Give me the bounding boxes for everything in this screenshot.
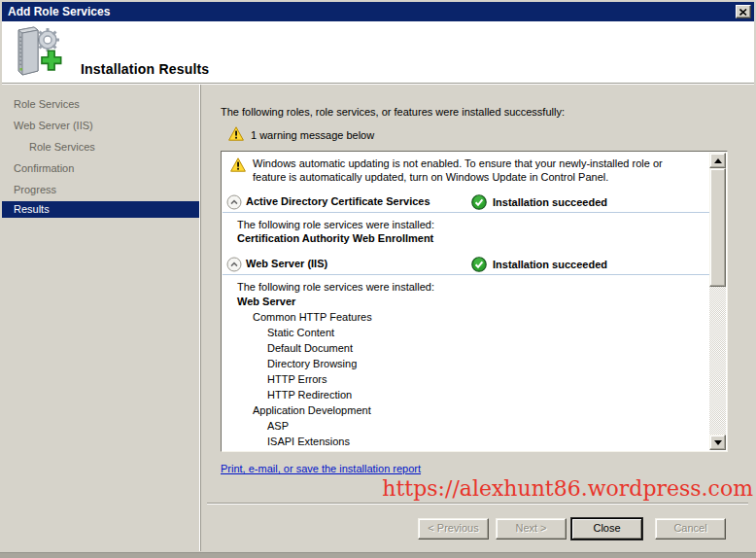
wizard-header: Installation Results [2, 21, 754, 83]
section-status: Installation succeeded [471, 194, 607, 210]
scroll-thumb[interactable] [709, 168, 726, 287]
installation-report-link[interactable]: Print, e-mail, or save the installation … [221, 463, 421, 474]
sidebar-item-web-server-iis[interactable]: Web Server (IIS) [2, 118, 199, 134]
section-title: Web Server (IIS) [246, 258, 327, 269]
warning-icon [230, 157, 246, 172]
installed-service: Default Document [267, 340, 709, 356]
warning-message-text: Windows automatic updating is not enable… [253, 157, 698, 184]
next-button[interactable]: Next > [496, 518, 567, 540]
installed-service: HTTP Errors [267, 371, 709, 387]
scroll-down-button[interactable] [709, 435, 726, 450]
sidebar-item-role-services[interactable]: Role Services [2, 96, 199, 113]
installed-service: HTTP Redirection [267, 387, 709, 402]
installed-service: Certification Authority Web Enrollment [237, 231, 709, 246]
success-check-icon [471, 194, 487, 210]
close-button[interactable] [736, 5, 751, 18]
watermark-text: https://alexhunt86.wordpress.com [382, 476, 753, 501]
gear-icon [36, 28, 59, 52]
section-header-adcs: Active Directory Certificate Services In… [223, 192, 709, 213]
add-plus-icon [42, 51, 61, 70]
arrow-up-icon [714, 158, 722, 163]
status-text: Installation succeeded [493, 259, 607, 270]
installed-service: Common HTTP Features [253, 309, 709, 325]
sidebar-item-confirmation[interactable]: Confirmation [2, 160, 199, 177]
previous-button[interactable]: < Previous [418, 518, 489, 540]
installed-service: Web Server [237, 294, 709, 309]
sidebar-item-results[interactable]: Results [2, 201, 199, 218]
installed-service: Application Development [253, 402, 709, 418]
footer-divider [207, 503, 748, 505]
window-title: Add Role Services [8, 5, 110, 18]
scroll-up-button[interactable] [709, 153, 726, 168]
cancel-button[interactable]: Cancel [655, 518, 726, 540]
success-check-icon [471, 257, 487, 272]
results-intro-text: The following roles, role services, or f… [221, 105, 726, 119]
section-status: Installation succeeded [471, 257, 607, 272]
services-installed-intro: The following role services were install… [237, 280, 709, 294]
section-header-iis: Web Server (IIS) Installation succeeded [223, 254, 709, 275]
close-wizard-button[interactable]: Close [571, 518, 642, 540]
installed-service: Static Content [267, 325, 709, 340]
section-title: Active Directory Certificate Services [246, 195, 430, 207]
warning-summary: 1 warning message below [251, 129, 374, 141]
status-text: Installation succeeded [493, 196, 607, 208]
sidebar-divider [199, 85, 201, 551]
windows-update-warning: Windows automatic updating is not enable… [230, 157, 704, 184]
warning-icon [228, 126, 244, 141]
wizard-steps-sidebar: Role Services Web Server (IIS) Role Serv… [2, 85, 199, 551]
page-title: Installation Results [81, 61, 209, 77]
sidebar-item-role-services-sub[interactable]: Role Services [2, 139, 199, 156]
server-tower-icon [18, 27, 38, 75]
close-icon [739, 9, 747, 16]
collapse-chevron-icon[interactable] [226, 257, 242, 272]
installed-service: ISAPI Extensions [267, 434, 709, 449]
server-add-role-icon [11, 25, 63, 80]
sidebar-item-progress[interactable]: Progress [2, 182, 199, 198]
installation-results-box: Windows automatic updating is not enable… [221, 151, 728, 452]
window-bottom-edge [0, 552, 756, 558]
titlebar: Add Role Services [2, 2, 754, 21]
collapse-chevron-icon[interactable] [226, 194, 242, 210]
services-installed-intro: The following role services were install… [237, 218, 709, 231]
results-scrollbar[interactable] [709, 153, 726, 450]
arrow-down-icon [714, 440, 722, 445]
installed-service: ASP [267, 418, 709, 434]
installed-service: Directory Browsing [267, 356, 709, 371]
